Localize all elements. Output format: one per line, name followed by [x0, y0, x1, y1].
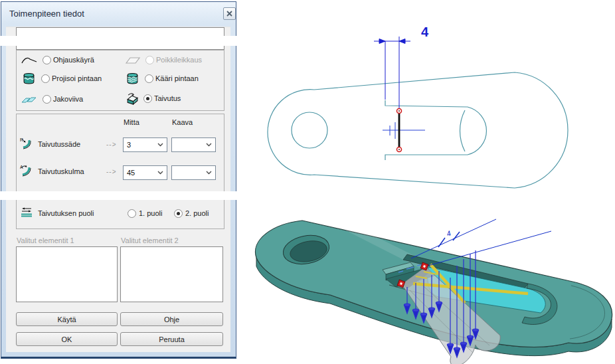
chevron-down-icon	[157, 143, 163, 147]
cross-section-icon	[125, 56, 141, 64]
combo-taivutuskulma-kaava[interactable]	[171, 165, 216, 180]
construction-lines-2d	[383, 122, 425, 139]
close-icon	[226, 11, 232, 17]
option-ohjauskayra[interactable]: Ohjauskäyrä	[21, 54, 94, 65]
option-label: 2. puoli	[185, 209, 209, 217]
selected-elements-list-1[interactable]	[16, 246, 118, 302]
radio-ohjauskayra[interactable]	[43, 56, 51, 64]
bend-radius-icon: R	[20, 137, 32, 151]
close-button[interactable]	[223, 7, 236, 20]
option-label: Ohjauskäyrä	[53, 56, 94, 64]
help-button[interactable]: Ohje	[120, 312, 223, 326]
svg-text:A: A	[20, 165, 23, 169]
option-label: Jakoviiva	[53, 95, 83, 103]
option-projisoi-pintaan[interactable]: Projisoi pintaan	[23, 73, 102, 84]
combo-taivutussade-mitta[interactable]: 3	[123, 137, 167, 152]
bend-side-label: Taivutuksen puoli	[38, 209, 94, 217]
bend-side-icon	[20, 206, 33, 218]
split-line-icon	[21, 95, 37, 104]
combo-taivutussade-kaava[interactable]	[171, 137, 216, 152]
dimension-label-2d: 4	[421, 25, 429, 39]
apply-button[interactable]: Käytä	[16, 312, 118, 326]
option-label: Taivutus	[154, 94, 181, 102]
radio-poikkileikkaus	[145, 56, 154, 64]
dimension-label-3d: 4	[446, 229, 452, 238]
option-label: Projisoi pintaan	[52, 74, 102, 82]
radio-2-puoli[interactable]	[174, 209, 183, 218]
radio-projisoi-pintaan[interactable]	[41, 74, 50, 83]
option-1-puoli[interactable]: 1. puoli	[128, 208, 162, 219]
option-2-puoli[interactable]: 2. puoli	[174, 208, 209, 219]
view-3d[interactable]: 4	[255, 219, 612, 364]
selected-elements-list-2[interactable]	[120, 246, 223, 302]
list1-label: Valitut elementit 1	[17, 236, 74, 244]
maps-to-arrow-icon: -->	[106, 141, 117, 148]
radio-jakoviiva[interactable]	[43, 95, 51, 104]
curve-icon	[21, 56, 37, 64]
dimension-2d	[374, 37, 410, 108]
combo-taivutuskulma-mitta[interactable]: 45	[123, 165, 167, 180]
option-kaari-pintaan[interactable]: Kääri pintaan	[126, 73, 199, 84]
param-label-taivutussade: Taivutussäde	[38, 140, 80, 148]
list2-label: Valitut elementit 2	[121, 236, 179, 244]
option-label: Poikkileikkaus	[156, 56, 202, 64]
maps-to-arrow-icon: -->	[106, 168, 117, 175]
option-jakoviiva[interactable]: Jakoviiva	[21, 94, 83, 104]
slot-relief-arc-2d	[460, 110, 465, 151]
screenshot-gap-strip	[0, 191, 250, 200]
param-label-taivutuskulma: Taivutuskulma	[38, 167, 84, 175]
ok-button[interactable]: OK	[16, 332, 118, 346]
chevron-down-icon	[157, 171, 163, 175]
option-label: Kääri pintaan	[155, 74, 199, 82]
screenshot-gap-strip	[0, 36, 250, 46]
radio-taivutus[interactable]	[143, 94, 152, 103]
column-header-kaava: Kaava	[172, 118, 193, 126]
chevron-down-icon	[206, 171, 212, 175]
combo-value: 3	[127, 141, 131, 149]
application-canvas: Toimenpiteen tiedot Ohjauskäyrä Poikkile…	[0, 0, 615, 364]
cancel-button[interactable]: Peruuta	[120, 332, 223, 346]
cad-viewport[interactable]: 4	[249, 0, 615, 364]
bend-angle-icon: A	[20, 164, 32, 178]
option-taivutus[interactable]: Taivutus	[126, 93, 181, 104]
hole-2d[interactable]	[292, 112, 327, 148]
project-to-surface-icon	[23, 72, 35, 85]
parameters-group	[16, 114, 224, 199]
wrap-to-surface-icon	[126, 72, 139, 85]
bend-icon	[126, 92, 139, 105]
radio-kaari-pintaan[interactable]	[145, 74, 153, 83]
option-poikkileikkaus: Poikkileikkaus	[125, 54, 202, 65]
option-label: 1. puoli	[139, 209, 162, 217]
radio-1-puoli[interactable]	[128, 209, 136, 218]
combo-value: 45	[127, 169, 135, 177]
dialog-title: Toimenpiteen tiedot	[9, 9, 84, 19]
column-header-mitta: Mitta	[124, 118, 139, 126]
chevron-down-icon	[206, 143, 212, 147]
